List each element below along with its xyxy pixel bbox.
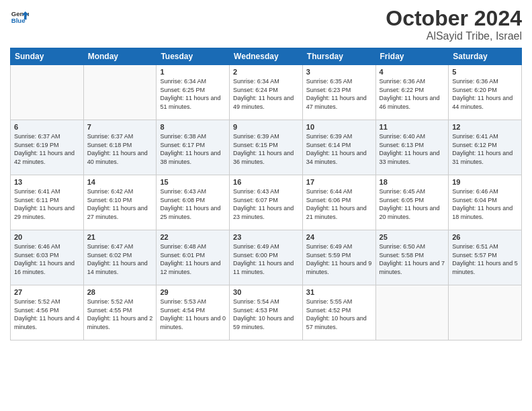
day-number: 21 xyxy=(87,233,153,241)
col-sunday: Sunday xyxy=(11,48,84,65)
day-cell: 7Sunrise: 6:37 AM Sunset: 6:18 PM Daylig… xyxy=(83,120,157,175)
header-row: Sunday Monday Tuesday Wednesday Thursday… xyxy=(11,48,522,65)
day-info: Sunrise: 6:35 AM Sunset: 6:23 PM Dayligh… xyxy=(306,77,372,111)
week-row-5: 27Sunrise: 5:52 AM Sunset: 4:56 PM Dayli… xyxy=(11,285,522,340)
day-info: Sunrise: 6:51 AM Sunset: 5:57 PM Dayligh… xyxy=(452,242,518,276)
logo: General Blue xyxy=(10,7,29,26)
day-info: Sunrise: 6:50 AM Sunset: 5:58 PM Dayligh… xyxy=(380,242,445,276)
day-info: Sunrise: 6:34 AM Sunset: 6:25 PM Dayligh… xyxy=(160,77,226,111)
day-number: 3 xyxy=(306,68,372,76)
day-info: Sunrise: 6:40 AM Sunset: 6:13 PM Dayligh… xyxy=(380,132,445,166)
day-number: 4 xyxy=(380,68,445,76)
day-info: Sunrise: 5:54 AM Sunset: 4:53 PM Dayligh… xyxy=(233,298,299,331)
day-cell: 14Sunrise: 6:42 AM Sunset: 6:10 PM Dayli… xyxy=(83,175,157,230)
day-cell: 23Sunrise: 6:49 AM Sunset: 6:00 PM Dayli… xyxy=(230,230,303,285)
day-cell: 4Sunrise: 6:36 AM Sunset: 6:22 PM Daylig… xyxy=(375,65,449,120)
day-cell: 24Sunrise: 6:49 AM Sunset: 5:59 PM Dayli… xyxy=(302,230,375,285)
day-cell xyxy=(449,285,522,340)
day-cell: 1Sunrise: 6:34 AM Sunset: 6:25 PM Daylig… xyxy=(157,65,230,120)
day-cell: 2Sunrise: 6:34 AM Sunset: 6:24 PM Daylig… xyxy=(230,65,303,120)
month-title: October 2024 xyxy=(386,7,522,30)
day-cell: 8Sunrise: 6:38 AM Sunset: 6:17 PM Daylig… xyxy=(157,120,230,175)
day-info: Sunrise: 6:37 AM Sunset: 6:19 PM Dayligh… xyxy=(14,132,80,166)
day-number: 16 xyxy=(233,178,299,186)
day-cell: 16Sunrise: 6:43 AM Sunset: 6:07 PM Dayli… xyxy=(230,175,303,230)
day-cell: 28Sunrise: 5:52 AM Sunset: 4:55 PM Dayli… xyxy=(83,285,157,340)
day-number: 6 xyxy=(14,123,80,131)
col-friday: Friday xyxy=(375,48,449,65)
day-cell: 6Sunrise: 6:37 AM Sunset: 6:19 PM Daylig… xyxy=(11,120,84,175)
day-number: 26 xyxy=(452,233,518,241)
day-info: Sunrise: 6:42 AM Sunset: 6:10 PM Dayligh… xyxy=(87,187,153,221)
header: General Blue October 2024 AlSayid Tribe,… xyxy=(10,7,522,42)
day-number: 30 xyxy=(233,288,299,296)
calendar: Sunday Monday Tuesday Wednesday Thursday… xyxy=(10,48,522,340)
day-cell: 22Sunrise: 6:48 AM Sunset: 6:01 PM Dayli… xyxy=(157,230,230,285)
day-info: Sunrise: 5:52 AM Sunset: 4:55 PM Dayligh… xyxy=(87,298,153,331)
day-cell: 21Sunrise: 6:47 AM Sunset: 6:02 PM Dayli… xyxy=(83,230,157,285)
logo-icon: General Blue xyxy=(10,7,29,26)
day-number: 22 xyxy=(160,233,226,241)
day-number: 24 xyxy=(306,233,372,241)
day-cell xyxy=(11,65,84,120)
day-info: Sunrise: 5:52 AM Sunset: 4:56 PM Dayligh… xyxy=(14,298,80,331)
col-tuesday: Tuesday xyxy=(157,48,230,65)
day-info: Sunrise: 6:46 AM Sunset: 6:03 PM Dayligh… xyxy=(14,242,80,276)
day-cell xyxy=(83,65,157,120)
day-cell: 9Sunrise: 6:39 AM Sunset: 6:15 PM Daylig… xyxy=(230,120,303,175)
day-info: Sunrise: 5:53 AM Sunset: 4:54 PM Dayligh… xyxy=(160,298,226,331)
day-cell: 20Sunrise: 6:46 AM Sunset: 6:03 PM Dayli… xyxy=(11,230,84,285)
day-number: 15 xyxy=(160,178,226,186)
day-number: 17 xyxy=(306,178,372,186)
col-monday: Monday xyxy=(83,48,157,65)
day-number: 11 xyxy=(380,123,445,131)
day-number: 5 xyxy=(452,68,518,76)
day-cell: 19Sunrise: 6:46 AM Sunset: 6:04 PM Dayli… xyxy=(449,175,522,230)
day-info: Sunrise: 6:36 AM Sunset: 6:22 PM Dayligh… xyxy=(380,77,445,111)
col-wednesday: Wednesday xyxy=(230,48,303,65)
day-info: Sunrise: 6:46 AM Sunset: 6:04 PM Dayligh… xyxy=(452,187,518,221)
week-row-3: 13Sunrise: 6:41 AM Sunset: 6:11 PM Dayli… xyxy=(11,175,522,230)
day-info: Sunrise: 6:47 AM Sunset: 6:02 PM Dayligh… xyxy=(87,242,153,276)
day-number: 29 xyxy=(160,288,226,296)
day-info: Sunrise: 6:41 AM Sunset: 6:12 PM Dayligh… xyxy=(452,132,518,166)
day-info: Sunrise: 6:39 AM Sunset: 6:14 PM Dayligh… xyxy=(306,132,372,166)
day-info: Sunrise: 6:34 AM Sunset: 6:24 PM Dayligh… xyxy=(233,77,299,111)
day-number: 8 xyxy=(160,123,226,131)
day-cell: 5Sunrise: 6:36 AM Sunset: 6:20 PM Daylig… xyxy=(449,65,522,120)
day-number: 23 xyxy=(233,233,299,241)
day-number: 25 xyxy=(380,233,445,241)
day-cell: 18Sunrise: 6:45 AM Sunset: 6:05 PM Dayli… xyxy=(375,175,449,230)
subtitle: AlSayid Tribe, Israel xyxy=(386,30,522,42)
day-info: Sunrise: 6:37 AM Sunset: 6:18 PM Dayligh… xyxy=(87,132,153,166)
day-number: 14 xyxy=(87,178,153,186)
day-number: 19 xyxy=(452,178,518,186)
day-info: Sunrise: 6:39 AM Sunset: 6:15 PM Dayligh… xyxy=(233,132,299,166)
day-number: 10 xyxy=(306,123,372,131)
day-info: Sunrise: 6:38 AM Sunset: 6:17 PM Dayligh… xyxy=(160,132,226,166)
day-cell: 15Sunrise: 6:43 AM Sunset: 6:08 PM Dayli… xyxy=(157,175,230,230)
day-number: 2 xyxy=(233,68,299,76)
day-cell: 29Sunrise: 5:53 AM Sunset: 4:54 PM Dayli… xyxy=(157,285,230,340)
day-info: Sunrise: 5:55 AM Sunset: 4:52 PM Dayligh… xyxy=(306,298,372,331)
day-info: Sunrise: 6:43 AM Sunset: 6:08 PM Dayligh… xyxy=(160,187,226,221)
day-info: Sunrise: 6:44 AM Sunset: 6:06 PM Dayligh… xyxy=(306,187,372,221)
day-cell: 27Sunrise: 5:52 AM Sunset: 4:56 PM Dayli… xyxy=(11,285,84,340)
day-info: Sunrise: 6:49 AM Sunset: 6:00 PM Dayligh… xyxy=(233,242,299,276)
week-row-4: 20Sunrise: 6:46 AM Sunset: 6:03 PM Dayli… xyxy=(11,230,522,285)
day-cell: 10Sunrise: 6:39 AM Sunset: 6:14 PM Dayli… xyxy=(302,120,375,175)
day-number: 18 xyxy=(380,178,445,186)
day-cell: 26Sunrise: 6:51 AM Sunset: 5:57 PM Dayli… xyxy=(449,230,522,285)
col-thursday: Thursday xyxy=(302,48,375,65)
day-cell: 17Sunrise: 6:44 AM Sunset: 6:06 PM Dayli… xyxy=(302,175,375,230)
title-block: October 2024 AlSayid Tribe, Israel xyxy=(386,7,522,42)
day-cell xyxy=(375,285,449,340)
day-number: 7 xyxy=(87,123,153,131)
day-number: 28 xyxy=(87,288,153,296)
day-cell: 25Sunrise: 6:50 AM Sunset: 5:58 PM Dayli… xyxy=(375,230,449,285)
day-number: 27 xyxy=(14,288,80,296)
day-cell: 31Sunrise: 5:55 AM Sunset: 4:52 PM Dayli… xyxy=(302,285,375,340)
day-info: Sunrise: 6:49 AM Sunset: 5:59 PM Dayligh… xyxy=(306,242,372,276)
day-number: 20 xyxy=(14,233,80,241)
day-cell: 30Sunrise: 5:54 AM Sunset: 4:53 PM Dayli… xyxy=(230,285,303,340)
